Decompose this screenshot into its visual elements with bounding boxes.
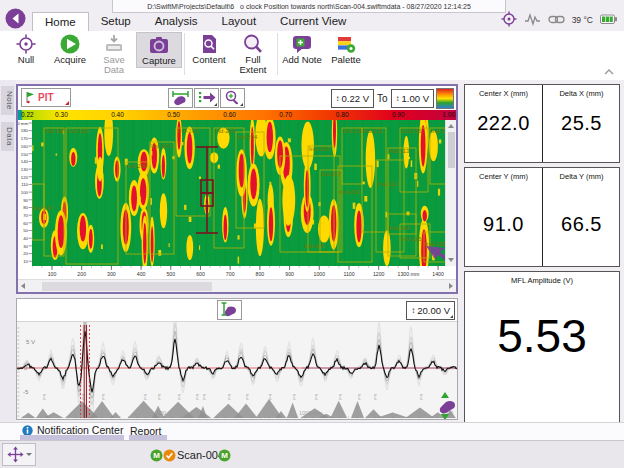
scan-vertical-scrollbar[interactable] [445,120,456,266]
back-button[interactable] [5,8,26,29]
scan-y-ruler: 190 mm1801701601501401301201101009080706… [18,120,32,266]
svg-text:Ind: Ind [177,394,182,400]
pit-mode-button[interactable]: PIT [21,88,71,107]
document-path: D:\SwiftM\Projects\Default\6 _o clock Po… [147,3,471,10]
svg-text:1100: 1100 [343,271,354,277]
palette-button[interactable]: Palette [324,32,368,66]
acquire-button[interactable]: Acquire [48,32,92,66]
svg-text:400: 400 [137,271,146,277]
color-scale-tick: 0.22 [21,111,34,118]
svg-text:M: M [221,451,228,460]
delta-x-label: Delta X (mm) [559,89,603,98]
waveform-area[interactable]: 5 V0-55001000 mm1500IndIndIndIndIndIndIn… [17,322,457,419]
svg-text:20: 20 [23,251,28,256]
measure-cursor-tool-button[interactable] [168,88,193,108]
full-extent-button[interactable]: Full Extent [231,32,275,76]
tab-layout[interactable]: Layout [210,12,269,31]
status-badge-left: M [150,449,163,464]
tab-setup[interactable]: Setup [89,12,143,31]
svg-text:Ind-210: Ind-210 [343,128,364,134]
tab-analysis[interactable]: Analysis [143,12,210,31]
svg-text:160: 160 [21,144,29,149]
save-data-button[interactable]: Save Data [92,32,136,76]
palette-icon [335,33,357,55]
svg-text:Ind: Ind [227,394,232,400]
svg-text:1000: 1000 [314,271,326,277]
strip-chart-toolbar: ↕ 20.00 V [17,299,457,322]
null-button[interactable]: Null [4,32,48,66]
svg-text:50: 50 [23,228,28,233]
svg-text:600: 600 [196,271,205,277]
tab-home[interactable]: Home [32,12,89,31]
svg-text:100: 100 [21,190,29,195]
svg-text:1300 mm: 1300 mm [398,271,420,277]
side-tab-strip: Note Data [0,80,16,422]
svg-text:Ind-204: Ind-204 [237,134,258,140]
measure-hand-icon [220,302,239,318]
svg-text:40: 40 [23,236,28,241]
color-scale-tick: 1.00 [442,111,455,118]
battery-icon [600,14,618,27]
scroll-right-icon[interactable] [449,283,453,289]
side-tab-data[interactable]: Data [1,122,14,151]
amplitude-box: MFL Amplitude (V) 5.53 [464,271,620,424]
scroll-thumb[interactable] [448,132,455,168]
updown-arrow-icon: ↕ [336,94,340,103]
add-note-icon [291,33,313,55]
scroll-down-icon[interactable] [448,258,454,262]
list-arrow-icon [197,90,216,106]
svg-text:1200: 1200 [373,271,385,277]
strip-cursor-tool-button[interactable] [217,300,242,320]
amplitude-label: MFL Amplitude (V) [511,276,573,285]
delta-x-value: 25.5 [561,112,602,135]
waveform-plot[interactable]: 5 V0-55001000 mm1500IndIndIndIndIndIndIn… [17,322,457,419]
strip-scale-input[interactable]: ↕ 20.00 V [406,301,455,320]
svg-text:180: 180 [21,128,29,133]
svg-text:Ind: Ind [419,394,424,400]
signal-wave-icon[interactable] [524,13,541,28]
zoom-magnifier-icon [223,90,242,106]
content-button[interactable]: Content [187,32,231,66]
add-note-button[interactable]: Add Note [280,32,324,66]
svg-text:Ind-211: Ind-211 [363,128,384,134]
gps-target-icon[interactable] [501,11,517,29]
range-from-input[interactable]: ↕ 0.22 V [331,89,374,108]
palette-gradient-button[interactable] [436,88,454,109]
cscan-image[interactable]: Ind-197Ind-198Ind-199Ind-200Ind-201Ind-2… [32,120,445,266]
svg-text:190 mm: 190 mm [18,121,28,126]
pan-order-tool-button[interactable] [194,88,219,108]
y-bottom-label: -5 [23,389,29,395]
zoom-tool-button[interactable] [220,88,245,108]
scan-x-ruler: 1002003004005006007008009001000110012001… [32,266,445,277]
svg-text:Ind: Ind [157,394,162,400]
tab-current-view[interactable]: Current View [268,12,358,31]
svg-text:800: 800 [256,271,265,277]
info-icon [22,425,33,436]
range-to-input[interactable]: ↕ 1.00 V [391,89,434,108]
svg-text:Ind-207: Ind-207 [321,171,342,177]
svg-text:M: M [153,451,160,460]
scroll-thumb[interactable] [42,282,212,291]
link-status-icon[interactable] [548,13,565,28]
svg-text:Ind-212: Ind-212 [377,181,398,187]
svg-text:150: 150 [21,152,29,157]
scroll-up-icon[interactable] [448,124,454,128]
color-scale-tick: 0.30 [55,111,68,118]
scan-horizontal-scrollbar[interactable] [18,279,456,292]
capture-button[interactable]: Capture [136,32,182,68]
updown-arrow-icon: ↕ [396,94,400,103]
svg-text:Ind: Ind [357,394,362,400]
svg-text:80: 80 [23,205,28,210]
side-tab-note[interactable]: Note [1,86,14,115]
svg-text:100: 100 [48,271,57,277]
delta-y-label: Delta Y (mm) [560,172,604,181]
svg-text:500: 500 [166,271,175,277]
svg-text:Ind-215: Ind-215 [401,236,422,242]
svg-text:900: 900 [285,271,294,277]
collapse-ribbon-icon[interactable] [604,65,614,77]
svg-text:Ind-197: Ind-197 [33,205,54,211]
svg-text:Ind-200: Ind-200 [127,163,148,169]
svg-text:Ind-218: Ind-218 [425,241,445,247]
move-layout-button[interactable] [2,443,36,466]
scroll-left-icon[interactable] [21,283,25,289]
